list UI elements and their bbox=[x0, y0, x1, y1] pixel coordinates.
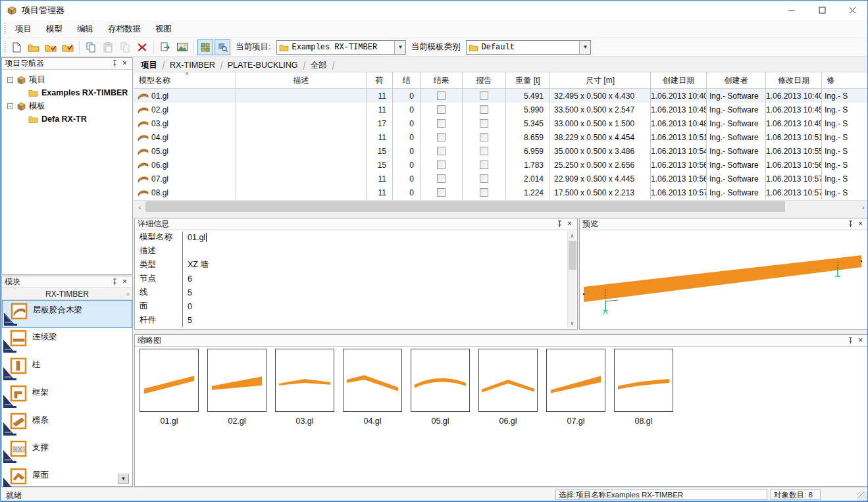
module-item-column[interactable]: 柱 bbox=[2, 355, 132, 383]
scroll-left-icon[interactable]: ‹ bbox=[134, 201, 145, 213]
report-checkbox[interactable] bbox=[480, 188, 488, 197]
menu-edit[interactable]: 编辑 bbox=[70, 20, 101, 38]
module-item-glulam-beam[interactable]: 层板胶合木梁 bbox=[2, 300, 132, 328]
column-header-size[interactable]: 尺寸 [m] bbox=[550, 72, 651, 88]
column-header-modifier[interactable]: 修 bbox=[822, 72, 868, 88]
pin-icon[interactable] bbox=[847, 220, 854, 228]
new-model-button[interactable] bbox=[9, 39, 24, 55]
thumbnail-06[interactable] bbox=[478, 349, 538, 412]
column-header-results[interactable]: 结果 bbox=[421, 72, 463, 88]
connect-network-button[interactable] bbox=[157, 39, 173, 55]
table-horizontal-scrollbar[interactable]: ‹ › bbox=[134, 200, 868, 213]
thumbnail-03[interactable] bbox=[275, 349, 334, 412]
close-panel-icon[interactable]: × bbox=[120, 59, 130, 68]
results-checkbox[interactable] bbox=[437, 147, 446, 155]
results-checkbox[interactable] bbox=[437, 188, 446, 197]
column-header-model-name[interactable]: 模型名称 ^ bbox=[134, 72, 236, 88]
delete-button[interactable] bbox=[134, 39, 150, 55]
results-checkbox[interactable] bbox=[437, 119, 446, 128]
pin-icon[interactable] bbox=[556, 220, 563, 228]
new-project-button[interactable] bbox=[26, 39, 41, 55]
column-header-weight[interactable]: 重量 [t] bbox=[506, 72, 550, 88]
scrollbar-thumb[interactable] bbox=[145, 201, 785, 212]
menu-project[interactable]: 项目 bbox=[8, 20, 39, 38]
project-check-button[interactable] bbox=[60, 39, 76, 55]
maximize-button[interactable] bbox=[807, 1, 837, 20]
thumbnail-01[interactable] bbox=[140, 349, 199, 412]
column-header-created[interactable]: 创建日期 bbox=[651, 72, 707, 88]
thumbnail-view-toggle[interactable] bbox=[197, 39, 213, 55]
module-item-purlin[interactable]: 檩条 bbox=[2, 411, 132, 438]
report-checkbox[interactable] bbox=[480, 161, 488, 169]
report-checkbox[interactable] bbox=[480, 133, 488, 141]
column-header-load[interactable]: 荷 bbox=[367, 72, 393, 88]
scroll-up-icon[interactable]: ∧ bbox=[568, 231, 576, 240]
column-header-creator[interactable]: 创建者 bbox=[707, 72, 766, 88]
thumbnail-05[interactable] bbox=[411, 349, 470, 412]
close-panel-icon[interactable]: × bbox=[855, 336, 865, 345]
scroll-down-icon[interactable]: ∨ bbox=[568, 318, 576, 328]
menu-model[interactable]: 模型 bbox=[39, 20, 70, 38]
duplicate-button[interactable] bbox=[117, 39, 133, 55]
toolbar-grip[interactable] bbox=[4, 41, 6, 53]
results-checkbox[interactable] bbox=[437, 105, 446, 114]
table-row[interactable]: 04.gl 11 0 8.659 38.229 x 0.500 x 4.454 … bbox=[134, 130, 868, 144]
thumbnail-04[interactable] bbox=[343, 349, 402, 412]
modules-group-header[interactable]: RX-TIMBER ≡ bbox=[2, 288, 132, 300]
table-row[interactable]: 08.gl 11 0 1.224 17.500 x 0.500 x 2.213 … bbox=[134, 186, 868, 199]
details-vertical-scrollbar[interactable]: ∧ ∨ bbox=[567, 231, 576, 328]
collapse-icon[interactable]: − bbox=[7, 77, 13, 83]
thumbnail-02[interactable] bbox=[207, 349, 267, 412]
current-project-combobox[interactable]: Examples RX-TIMBER ▼ bbox=[276, 40, 406, 55]
group-menu-icon[interactable]: ≡ bbox=[126, 291, 130, 297]
paste-button[interactable] bbox=[100, 39, 116, 55]
tree-node-templates[interactable]: − 模板 bbox=[2, 99, 132, 113]
table-row[interactable]: 07.gl 11 0 2.014 22.909 x 0.500 x 4.445 … bbox=[134, 172, 868, 186]
dropdown-arrow-icon[interactable]: ▼ bbox=[394, 41, 405, 54]
results-checkbox[interactable] bbox=[437, 174, 446, 183]
collapse-icon[interactable]: − bbox=[7, 103, 13, 109]
report-checkbox[interactable] bbox=[480, 174, 488, 183]
pin-icon[interactable] bbox=[111, 60, 118, 67]
column-header-description[interactable]: 描述 bbox=[236, 72, 367, 88]
column-header-report[interactable]: 报告 bbox=[463, 72, 506, 88]
results-checkbox[interactable] bbox=[437, 91, 446, 100]
details-view-toggle[interactable] bbox=[215, 39, 230, 55]
tree-node-examples-rx-timber[interactable]: Examples RX-TIMBER bbox=[2, 86, 132, 99]
open-project-button[interactable] bbox=[43, 39, 59, 55]
template-category-combobox[interactable]: Default ▼ bbox=[466, 40, 591, 55]
menu-grip[interactable] bbox=[4, 23, 6, 35]
minimize-button[interactable] bbox=[777, 1, 807, 20]
pin-icon[interactable] bbox=[111, 278, 118, 286]
module-item-continuous-beam[interactable]: 连续梁 bbox=[2, 328, 132, 355]
thumbnail-07[interactable] bbox=[546, 349, 605, 412]
pin-icon[interactable] bbox=[847, 337, 854, 344]
tree-node-projects[interactable]: − 项目 bbox=[2, 73, 132, 86]
modules-scroll-down-button[interactable]: ▼ bbox=[118, 474, 129, 484]
report-checkbox[interactable] bbox=[480, 105, 488, 114]
results-checkbox[interactable] bbox=[437, 133, 446, 141]
tab-project[interactable]: 项目 bbox=[135, 60, 163, 71]
close-panel-icon[interactable]: × bbox=[120, 277, 130, 287]
copy-button[interactable] bbox=[83, 39, 99, 55]
results-checkbox[interactable] bbox=[437, 161, 446, 169]
table-row[interactable]: 02.gl 11 0 5.990 33.500 x 0.500 x 2.547 … bbox=[134, 103, 868, 116]
close-button[interactable] bbox=[837, 1, 867, 20]
preview-image-button[interactable] bbox=[174, 39, 190, 55]
resize-grip[interactable] bbox=[857, 491, 867, 501]
table-row[interactable]: 01.gl 11 0 5.491 32.495 x 0.500 x 4.430 … bbox=[134, 89, 868, 103]
tab-rx-timber[interactable]: RX-TIMBER bbox=[164, 61, 221, 70]
report-checkbox[interactable] bbox=[480, 119, 488, 128]
report-checkbox[interactable] bbox=[480, 91, 488, 100]
close-panel-icon[interactable]: × bbox=[855, 219, 865, 229]
tab-plate-buckling[interactable]: PLATE-BUCKLING bbox=[222, 61, 304, 70]
thumbnail-08[interactable] bbox=[614, 349, 673, 412]
column-header-modified[interactable]: 修改日期 bbox=[766, 72, 822, 88]
column-header-construction[interactable]: 结 bbox=[393, 72, 421, 88]
table-row[interactable]: 05.gl 15 0 6.959 35.000 x 0.500 x 3.486 … bbox=[134, 144, 868, 158]
report-checkbox[interactable] bbox=[480, 147, 488, 155]
scroll-right-icon[interactable]: › bbox=[857, 201, 868, 213]
scrollbar-thumb[interactable] bbox=[569, 241, 576, 270]
menu-view[interactable]: 视图 bbox=[148, 20, 179, 38]
module-item-frame[interactable]: 框架 bbox=[2, 383, 132, 411]
